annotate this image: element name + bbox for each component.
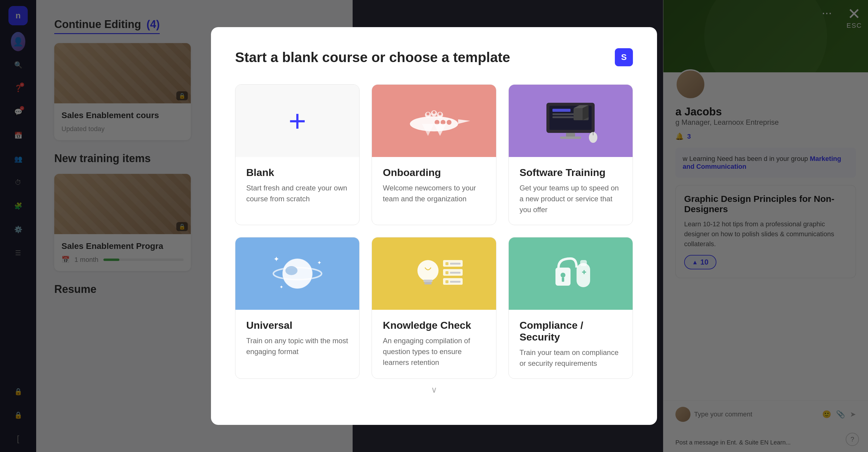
svg-text:✦: ✦ [273, 255, 279, 263]
template-card-compliance[interactable]: Compliance / Security Train your team on… [508, 237, 633, 379]
template-card-software-body: Software Training Get your teams up to s… [509, 157, 632, 225]
svg-rect-37 [450, 263, 461, 265]
svg-point-12 [438, 112, 441, 116]
svg-rect-43 [450, 281, 461, 283]
universal-illustration: ✦ ✦ ✦ [264, 250, 331, 298]
template-onboarding-title: Onboarding [383, 167, 485, 179]
svg-rect-48 [580, 260, 587, 266]
software-illustration [537, 97, 604, 145]
template-card-blank-body: Blank Start fresh and create your own co… [236, 157, 359, 214]
template-card-knowledge[interactable]: Knowledge Check An engaging compilation … [372, 237, 496, 379]
svg-text:✦: ✦ [279, 285, 283, 290]
template-card-software[interactable]: Software Training Get your teams up to s… [508, 85, 633, 225]
svg-rect-22 [560, 136, 581, 139]
svg-rect-33 [424, 280, 433, 282]
svg-rect-36 [445, 262, 448, 265]
svg-rect-34 [424, 282, 432, 285]
plus-icon: + [288, 106, 306, 136]
template-knowledge-title: Knowledge Check [383, 319, 485, 331]
svg-rect-50 [584, 270, 585, 274]
svg-text:✦: ✦ [317, 260, 321, 266]
template-universal-title: Universal [246, 319, 348, 331]
svg-point-4 [447, 120, 452, 125]
svg-rect-40 [450, 272, 461, 273]
svg-rect-21 [566, 133, 575, 136]
modal-title: Start a blank course or choose a templat… [235, 49, 510, 65]
svg-rect-39 [445, 271, 448, 274]
template-image-blank: + [236, 85, 359, 157]
template-grid: + Blank Start fresh and create your own … [235, 85, 633, 379]
svg-rect-42 [445, 280, 448, 283]
template-card-onboarding[interactable]: Onboarding Welcome newcomers to your tea… [372, 85, 496, 225]
knowledge-illustration [401, 250, 467, 298]
modal-overlay: Start a blank course or choose a templat… [0, 0, 868, 452]
template-compliance-desc: Train your team on compliance or securit… [520, 347, 622, 369]
template-modal: Start a blank course or choose a templat… [211, 27, 657, 425]
scroll-hint: ∨ [235, 379, 633, 401]
template-onboarding-desc: Welcome newcomers to your team and the o… [383, 183, 485, 204]
template-image-knowledge [372, 237, 496, 310]
svg-marker-1 [458, 119, 470, 124]
template-card-compliance-body: Compliance / Security Train your team on… [509, 310, 632, 379]
template-card-knowledge-body: Knowledge Check An engaging compilation … [372, 310, 496, 378]
svg-rect-47 [577, 263, 590, 287]
onboarding-illustration [398, 97, 470, 145]
svg-rect-46 [562, 278, 564, 282]
svg-point-45 [561, 273, 565, 278]
template-image-software [509, 85, 632, 157]
template-universal-desc: Train on any topic with the most engagin… [246, 335, 348, 357]
svg-point-10 [427, 112, 430, 116]
template-knowledge-desc: An engaging compilation of question type… [383, 335, 485, 368]
modal-logo: S [615, 48, 633, 66]
template-compliance-title: Compliance / Security [520, 319, 622, 343]
svg-rect-15 [553, 109, 570, 112]
template-software-desc: Get your teams up to speed on a new prod… [520, 183, 622, 215]
template-blank-title: Blank [246, 167, 348, 179]
modal-header: Start a blank course or choose a templat… [235, 48, 633, 66]
template-card-universal-body: Universal Train on any topic with the mo… [236, 310, 359, 367]
template-image-compliance [509, 237, 632, 310]
template-card-blank[interactable]: + Blank Start fresh and create your own … [235, 85, 360, 225]
template-software-title: Software Training [520, 167, 622, 179]
template-image-onboarding [372, 85, 496, 157]
template-blank-desc: Start fresh and create your own course f… [246, 183, 348, 204]
svg-point-32 [417, 260, 438, 281]
template-card-onboarding-body: Onboarding Welcome newcomers to your tea… [372, 157, 496, 214]
svg-point-31 [285, 266, 298, 275]
compliance-illustration [537, 250, 604, 298]
template-card-universal[interactable]: ✦ ✦ ✦ Universal Train on any topic with … [235, 237, 360, 379]
svg-point-11 [433, 111, 435, 114]
svg-rect-17 [553, 116, 574, 118]
template-image-universal: ✦ ✦ ✦ [236, 237, 359, 310]
